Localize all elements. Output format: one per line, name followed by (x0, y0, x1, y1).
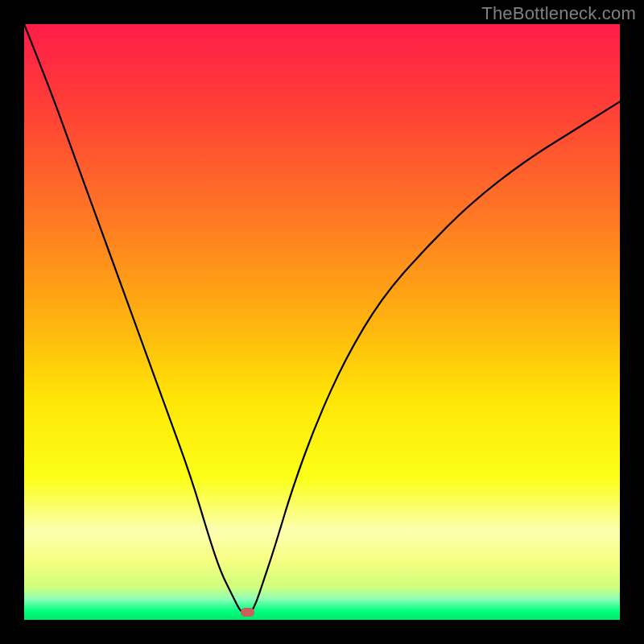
optimum-marker (241, 608, 254, 616)
plot-area (24, 24, 620, 620)
watermark-text: TheBottleneck.com (481, 3, 636, 24)
chart-frame: TheBottleneck.com (0, 0, 644, 644)
bottleneck-curve (24, 24, 620, 620)
